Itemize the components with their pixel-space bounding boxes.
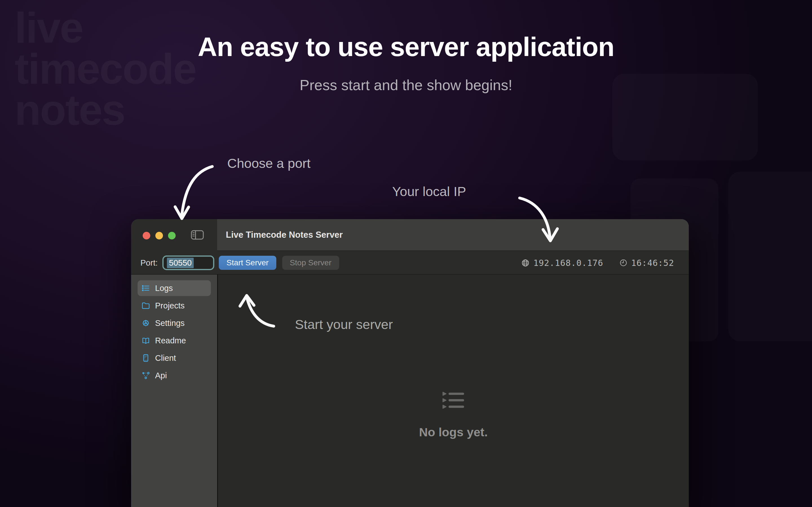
window-body: Logs Projects [131, 275, 689, 507]
page-background: live timecode notes An easy to use serve… [0, 0, 812, 507]
folder-icon [141, 301, 150, 310]
clock-icon [619, 259, 627, 267]
api-nodes-icon [141, 371, 150, 380]
globe-icon [521, 259, 530, 267]
annotation-start-server: Start your server [295, 317, 393, 332]
sidebar-item-label: Settings [155, 319, 185, 328]
page-title: An easy to use server application [0, 32, 812, 62]
logs-content: No logs yet. [218, 275, 689, 507]
port-input[interactable]: 50550 [162, 256, 214, 270]
sidebar-item-readme[interactable]: Readme [138, 333, 211, 348]
page-subtitle: Press start and the show begins! [0, 76, 812, 94]
sidebar-item-label: Projects [155, 301, 185, 311]
sidebar-item-settings[interactable]: Settings [138, 315, 211, 331]
time-value: 16:46:52 [631, 258, 674, 268]
toolbar-status: 192.168.0.176 16:46:52 [521, 258, 674, 268]
sidebar-toggle-icon [191, 230, 204, 240]
ip-address-value: 192.168.0.176 [534, 258, 603, 268]
empty-state-message: No logs yet. [218, 425, 689, 439]
stop-server-button[interactable]: Stop Server [282, 256, 339, 270]
toolbar: Port: 50550 Start Server Stop Server 1 [131, 251, 689, 274]
gear-icon [141, 319, 150, 328]
close-button[interactable] [143, 232, 150, 239]
sidebar-item-label: Logs [155, 284, 173, 293]
start-server-button[interactable]: Start Server [219, 256, 276, 270]
background-tile [728, 172, 812, 341]
sidebar-toggle-button[interactable] [191, 230, 204, 240]
zoom-button[interactable] [168, 232, 175, 239]
app-window: Live Timecode Notes Server Port: 50550 [131, 219, 689, 507]
brand-watermark: live timecode notes [15, 7, 196, 131]
annotation-choose-port: Choose a port [227, 156, 310, 171]
list-icon [141, 284, 150, 293]
annotation-local-ip: Your local IP [392, 184, 466, 199]
sidebar-item-label: Readme [155, 336, 186, 345]
sidebar-item-projects[interactable]: Projects [138, 298, 211, 314]
book-icon [141, 336, 150, 345]
sidebar-item-label: Client [155, 353, 176, 363]
sidebar-item-label: Api [155, 371, 167, 380]
empty-state: No logs yet. [218, 392, 689, 439]
sidebar: Logs Projects [131, 275, 217, 507]
sidebar-item-client[interactable]: Client [138, 350, 211, 366]
port-input-inner[interactable]: 50550 [164, 257, 213, 269]
device-icon [141, 353, 150, 362]
choose-port-arrow [175, 166, 212, 219]
traffic-lights [143, 232, 175, 239]
watermark-line: notes [15, 90, 196, 131]
empty-logs-icon [442, 392, 465, 409]
sidebar-item-api[interactable]: Api [138, 368, 211, 383]
title-bar[interactable]: Live Timecode Notes Server [217, 219, 689, 251]
minimize-button[interactable] [155, 232, 163, 239]
sidebar-item-logs[interactable]: Logs [138, 280, 211, 296]
window-title: Live Timecode Notes Server [226, 230, 343, 240]
port-value-selected: 50550 [167, 258, 194, 268]
port-label: Port: [140, 258, 158, 268]
